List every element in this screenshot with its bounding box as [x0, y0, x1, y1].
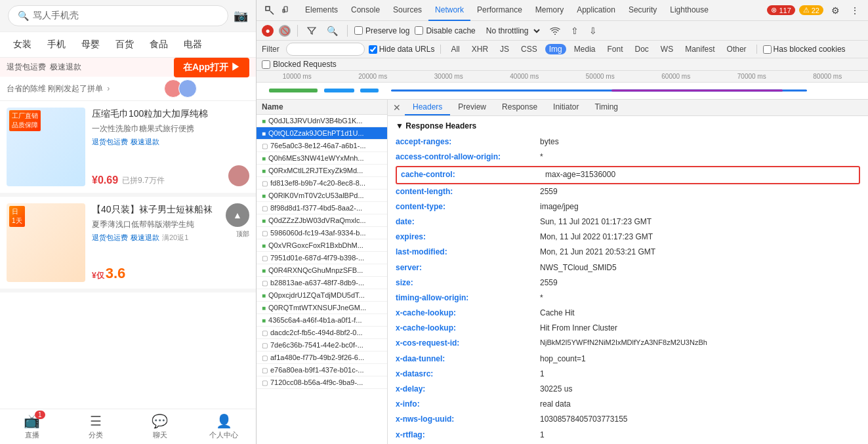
more-menu-button[interactable]: ⋮: [847, 3, 863, 18]
product-label-2: 日 1天: [9, 206, 25, 227]
file-row-12[interactable]: ■ Q0R4RXNQcGhuMnpzSFB...: [257, 264, 387, 277]
file-row-5[interactable]: ▢ fd813ef8-b9b7-4c20-8ec8-8...: [257, 177, 387, 190]
filter-js[interactable]: JS: [496, 44, 513, 54]
product-item-1[interactable]: 工厂直销 品质保障 压缩毛巾100粒加大加厚纯棉 一次性洗脸巾糖果式旅行便携 退…: [0, 101, 256, 197]
filter-img[interactable]: Img: [545, 44, 566, 54]
has-blocked-cookies-checkbox[interactable]: [763, 45, 772, 54]
resp-tab-headers[interactable]: Headers: [405, 100, 450, 115]
timeline-area: 10000 ms 20000 ms 30000 ms 40000 ms 5000…: [257, 71, 868, 100]
upload-icon-button[interactable]: ⇧: [568, 24, 581, 37]
settings-button[interactable]: ⚙: [827, 3, 843, 18]
tab-elements[interactable]: Elements: [299, 0, 344, 21]
file-row-10[interactable]: ■ Q0xVRGoxcFoxR1BxbDhM...: [257, 239, 387, 252]
file-row-14[interactable]: ■ Q0pxcjdrU1ZQaTdjMDU5dT...: [257, 289, 387, 302]
filter-other[interactable]: Other: [723, 44, 751, 54]
header-val-expires: Mon, 11 Jul 2022 01:17:23 GMT: [540, 231, 653, 243]
open-app-button[interactable]: 在App打开 ▶: [174, 58, 249, 77]
nav-tab-women[interactable]: 女装: [5, 32, 39, 57]
clear-button[interactable]: 🚫: [279, 25, 291, 37]
bottom-nav-live[interactable]: 1 📺 直播: [0, 409, 64, 444]
file-row-20[interactable]: ▢ e76a80ea-b9f1-437e-b01c-...: [257, 364, 387, 376]
nav-tab-phone[interactable]: 手机: [39, 32, 73, 57]
preserve-log-checkbox[interactable]: [354, 26, 363, 35]
disable-cache-checkbox[interactable]: [415, 26, 423, 35]
file-row-3[interactable]: ■ Q0h6MEs3NW41eWYxMnh...: [257, 152, 387, 165]
filter-media[interactable]: Media: [570, 44, 600, 54]
hide-data-urls-label[interactable]: Hide data URLs: [369, 45, 435, 54]
device-toolbar-button[interactable]: [279, 3, 295, 18]
file-row-18[interactable]: ▢ 7de6c36b-7541-44e2-bc0f-...: [257, 339, 387, 352]
filter-icon-button[interactable]: [304, 25, 319, 37]
product-content-1: 压缩毛巾100粒加大加厚纯棉 一次性洗脸巾糖果式旅行便携 退货包运费 极速退款 …: [92, 108, 249, 186]
blocked-requests-label[interactable]: Blocked Requests: [262, 60, 337, 69]
bottom-nav-category[interactable]: ☰ 分类: [64, 409, 129, 444]
tab-console[interactable]: Console: [344, 0, 386, 21]
tab-lighthouse[interactable]: Lighthouse: [663, 0, 715, 21]
product-item-2[interactable]: 日 1天 【40只装】袜子男士短袜船袜 夏季薄浅口低帮韩版潮学生纯 退货包运费 …: [0, 197, 256, 293]
header-val-xcri: NjBkM2I5YWFfN2NiM2IxMDlfYzA3NF8zM2U3NzBh: [540, 337, 707, 350]
preserve-log-label[interactable]: Preserve log: [354, 26, 409, 35]
file-row-9[interactable]: ▢ 5986060d-fc19-43af-9334-b...: [257, 227, 387, 239]
file-row-16[interactable]: ■ 4365c6a4-a46f-4b1a-a0f1-f...: [257, 314, 387, 327]
filter-ws[interactable]: WS: [657, 44, 677, 54]
header-key-xdt: x-daa-tunnel:: [396, 353, 540, 365]
header-val-tao: *: [540, 292, 543, 304]
file-row-11[interactable]: ▢ 7951d01e-687d-4f79-b398-...: [257, 252, 387, 264]
tab-memory[interactable]: Memory: [529, 0, 570, 21]
has-blocked-cookies-label[interactable]: Has blocked cookies: [763, 45, 846, 54]
file-row-4[interactable]: ■ Q0RxMCtlL2RJTExyZk9Md...: [257, 165, 387, 177]
tab-application[interactable]: Application: [570, 0, 622, 21]
inspect-element-button[interactable]: [262, 3, 278, 18]
header-val-content-type: image/jpeg: [540, 201, 579, 213]
search-bar: 🔍 骂人手机壳 📷: [0, 0, 256, 32]
close-tab-button[interactable]: ✕: [393, 100, 401, 115]
file-row-2[interactable]: ▢ 76e5a0c3-8e12-46a7-a6b1-...: [257, 140, 387, 152]
hide-data-urls-checkbox[interactable]: [369, 45, 377, 54]
scroll-top-btn[interactable]: ▲: [226, 203, 249, 227]
bottom-nav-profile[interactable]: 👤 个人中心: [192, 409, 257, 444]
file-row-17[interactable]: ▢ dacdc2cf-fb5c-494d-8bf2-0...: [257, 327, 387, 339]
resp-tab-timing[interactable]: Timing: [587, 100, 626, 115]
tab-network[interactable]: Network: [428, 0, 470, 21]
product-price-2: 3.6: [106, 265, 126, 282]
file-row-13[interactable]: ▢ b28813ae-a637-48f7-8db9-...: [257, 277, 387, 289]
tab-sources[interactable]: Sources: [386, 0, 428, 21]
file-row-19[interactable]: ▢ af1a480e-f77b-49b2-9f26-6...: [257, 352, 387, 364]
file-row-7[interactable]: ▢ 8f98d8d1-f377-4bd5-8aa2-...: [257, 202, 387, 214]
search-input-wrap[interactable]: 🔍 骂人手机壳: [8, 5, 228, 26]
resp-tab-preview[interactable]: Preview: [450, 100, 494, 115]
record-button[interactable]: ●: [262, 25, 274, 37]
file-name-3: Q0h6MEs3NW41eWYxMnh...: [268, 154, 382, 162]
resp-tab-response[interactable]: Response: [494, 100, 545, 115]
resp-tab-initiator[interactable]: Initiator: [545, 100, 587, 115]
tab-security[interactable]: Security: [622, 0, 663, 21]
filter-input[interactable]: [286, 43, 365, 56]
file-row-6[interactable]: ■ Q0RlK0VmT0V2cU53alBPd...: [257, 190, 387, 202]
file-row-21[interactable]: ▢ 7120cc08-b56a-4f9c-9ba9-...: [257, 376, 387, 389]
blocked-requests-checkbox[interactable]: [262, 60, 270, 69]
file-row-0[interactable]: ■ Q0dJL3JRVUdnV3B4bG1K...: [257, 115, 387, 127]
camera-icon[interactable]: 📷: [234, 9, 248, 23]
nav-tab-food[interactable]: 食品: [142, 32, 176, 57]
nav-tab-elec[interactable]: 电器: [176, 32, 210, 57]
filter-manifest[interactable]: Manifest: [681, 44, 718, 54]
throttling-select[interactable]: No throttling: [481, 24, 542, 37]
filter-css[interactable]: CSS: [517, 44, 541, 54]
file-icon-4: ■: [262, 167, 266, 174]
download-icon-button[interactable]: ⇩: [587, 24, 600, 37]
filter-font[interactable]: Font: [603, 44, 627, 54]
filter-row: Filter Hide data URLs All XHR JS CSS Img…: [257, 41, 868, 58]
nav-tab-goods[interactable]: 百货: [108, 32, 142, 57]
tab-performance[interactable]: Performance: [470, 0, 529, 21]
wifi-icon-button[interactable]: [547, 26, 563, 36]
disable-cache-label[interactable]: Disable cache: [415, 26, 475, 35]
filter-all[interactable]: All: [447, 44, 463, 54]
bottom-nav-chat[interactable]: 💬 聊天: [128, 409, 192, 444]
search-network-button[interactable]: 🔍: [324, 24, 341, 37]
filter-xhr[interactable]: XHR: [468, 44, 492, 54]
file-row-8[interactable]: ■ Q0dZZzZJbW03dVRaQmxlc...: [257, 214, 387, 227]
filter-doc[interactable]: Doc: [631, 44, 653, 54]
file-row-1[interactable]: ■ Q0tQL0Zzak9JOEhPT1d1U...: [257, 127, 387, 140]
file-row-15[interactable]: ■ Q0RQTmtWTXNSUFJneGM...: [257, 302, 387, 314]
nav-tab-baby[interactable]: 母婴: [73, 32, 108, 57]
